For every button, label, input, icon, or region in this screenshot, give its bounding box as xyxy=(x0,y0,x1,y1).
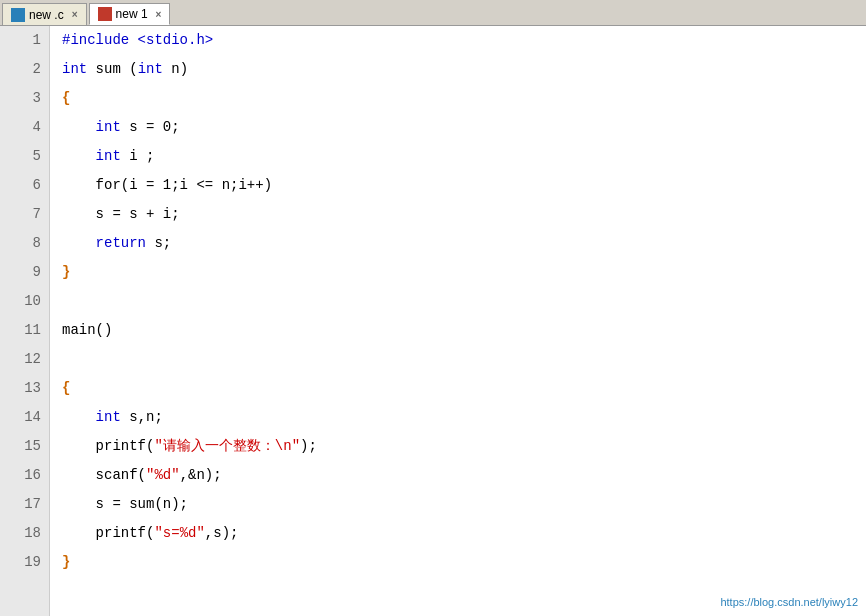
code-token: s = 0; xyxy=(121,113,180,142)
code-token: scanf( xyxy=(62,461,146,490)
code-line: int sum (int n) xyxy=(62,55,866,84)
code-token xyxy=(62,142,96,171)
line-number: 7 xyxy=(0,200,49,229)
code-token xyxy=(62,229,96,258)
code-line: printf("s=%d",s); xyxy=(62,519,866,548)
line-number: 13 xyxy=(0,374,49,403)
code-token: "%d" xyxy=(146,461,180,490)
code-token: s = s + i; xyxy=(62,200,180,229)
code-line: s = s + i; xyxy=(62,200,866,229)
line-number: 3 xyxy=(0,84,49,113)
code-area[interactable]: #include <stdio.h>int sum (int n){ int s… xyxy=(50,26,866,616)
tab-close-icon[interactable]: × xyxy=(156,9,162,20)
code-line: printf("请输入一个整数：\n"); xyxy=(62,432,866,461)
code-token: ,&n); xyxy=(180,461,222,490)
code-token: ); xyxy=(300,432,317,461)
tab-label: new 1 xyxy=(116,7,148,21)
code-token: } xyxy=(62,548,70,577)
watermark: https://blog.csdn.net/lyiwy12 xyxy=(720,596,858,608)
code-token xyxy=(62,113,96,142)
line-number: 16 xyxy=(0,461,49,490)
line-number: 12 xyxy=(0,345,49,374)
line-number: 19 xyxy=(0,548,49,577)
code-token: "请输入一个整数：\n" xyxy=(154,432,300,461)
code-line: int s,n; xyxy=(62,403,866,432)
code-token xyxy=(62,403,96,432)
tab-bar: new .c×new 1× xyxy=(0,0,866,26)
tab-icon xyxy=(98,7,112,21)
line-numbers: 12345678910111213141516171819 xyxy=(0,26,50,616)
code-token: { xyxy=(62,374,70,403)
code-token: s; xyxy=(146,229,171,258)
code-token: n) xyxy=(163,55,188,84)
tab-new-1[interactable]: new 1× xyxy=(89,3,171,25)
code-token: for(i = 1;i <= n;i++) xyxy=(62,171,272,200)
code-token: printf( xyxy=(62,519,154,548)
code-token: i ; xyxy=(121,142,155,171)
tab-label: new .c xyxy=(29,8,64,22)
code-token: ,s); xyxy=(205,519,239,548)
tab-close-icon[interactable]: × xyxy=(72,9,78,20)
code-line xyxy=(62,287,866,316)
code-token: "s=%d" xyxy=(154,519,204,548)
code-token: int xyxy=(138,55,163,84)
code-line xyxy=(62,345,866,374)
code-token: int xyxy=(96,403,121,432)
line-number: 5 xyxy=(0,142,49,171)
code-line: return s; xyxy=(62,229,866,258)
code-token: { xyxy=(62,84,70,113)
code-line: } xyxy=(62,548,866,577)
line-number: 17 xyxy=(0,490,49,519)
code-token: int xyxy=(62,55,87,84)
code-token: int xyxy=(96,142,121,171)
line-number: 11 xyxy=(0,316,49,345)
code-line: s = sum(n); xyxy=(62,490,866,519)
code-token: } xyxy=(62,258,70,287)
tab-new-.c[interactable]: new .c× xyxy=(2,3,87,25)
code-line: #include <stdio.h> xyxy=(62,26,866,55)
code-line: { xyxy=(62,374,866,403)
code-line: { xyxy=(62,84,866,113)
code-line: int i ; xyxy=(62,142,866,171)
line-number: 1 xyxy=(0,26,49,55)
code-line: scanf("%d",&n); xyxy=(62,461,866,490)
line-number: 4 xyxy=(0,113,49,142)
code-token: printf( xyxy=(62,432,154,461)
code-token: #include <stdio.h> xyxy=(62,26,213,55)
code-token: main() xyxy=(62,316,112,345)
code-token: s = sum(n); xyxy=(62,490,188,519)
code-line: main() xyxy=(62,316,866,345)
line-number: 6 xyxy=(0,171,49,200)
code-line: for(i = 1;i <= n;i++) xyxy=(62,171,866,200)
line-number: 8 xyxy=(0,229,49,258)
line-number: 2 xyxy=(0,55,49,84)
line-number: 9 xyxy=(0,258,49,287)
line-number: 10 xyxy=(0,287,49,316)
code-line: } xyxy=(62,258,866,287)
tab-icon xyxy=(11,8,25,22)
code-token: int xyxy=(96,113,121,142)
editor-window: new .c×new 1× 12345678910111213141516171… xyxy=(0,0,866,616)
code-token: s,n; xyxy=(121,403,163,432)
line-number: 15 xyxy=(0,432,49,461)
editor-container: 12345678910111213141516171819 #include <… xyxy=(0,26,866,616)
code-line: int s = 0; xyxy=(62,113,866,142)
line-number: 18 xyxy=(0,519,49,548)
code-token: return xyxy=(96,229,146,258)
line-number: 14 xyxy=(0,403,49,432)
code-token: sum ( xyxy=(87,55,137,84)
